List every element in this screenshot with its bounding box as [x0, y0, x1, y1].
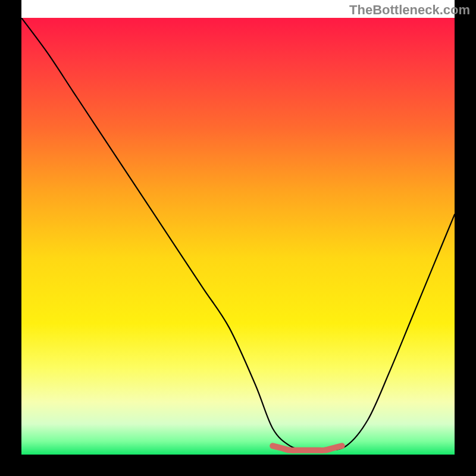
bottleneck-chart: TheBottleneck.com — [0, 0, 476, 476]
axis-right-border — [455, 0, 476, 476]
attribution-watermark: TheBottleneck.com — [349, 2, 470, 18]
axis-bottom-border — [0, 455, 476, 476]
axis-left-border — [0, 0, 21, 476]
plot-area — [21, 18, 455, 455]
bottleneck-curve-path — [21, 18, 455, 451]
curve-layer — [21, 18, 455, 455]
optimal-zone-path — [273, 446, 342, 450]
